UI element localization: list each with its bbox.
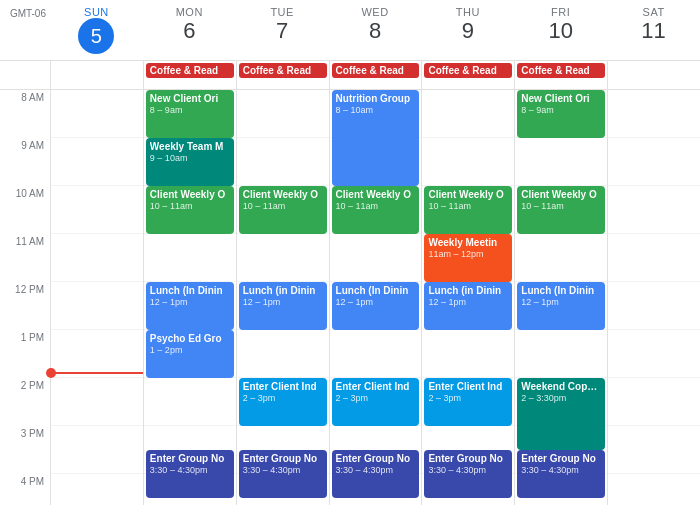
day-col-fri: New Client Ori8 – 9amClient Weekly O10 –…	[514, 90, 607, 505]
hour-cell	[51, 234, 143, 282]
hour-cell	[608, 90, 700, 138]
hour-cell	[51, 378, 143, 426]
hour-cell	[51, 426, 143, 474]
calendar-event[interactable]: Enter Group No3:30 – 4:30pm	[424, 450, 512, 498]
calendar-event[interactable]: Lunch (in Dinin12 – 1pm	[239, 282, 327, 330]
calendar-event[interactable]: Weekly Meetin11am – 12pm	[424, 234, 512, 282]
hour-cell	[51, 138, 143, 186]
time-label: 8 AM	[0, 90, 50, 138]
all-day-col-wed: Coffee & Read	[329, 61, 422, 89]
day-header-11: SAT11	[607, 0, 700, 60]
calendar-event[interactable]: Client Weekly O10 – 11am	[517, 186, 605, 234]
hour-cell	[144, 378, 236, 426]
all-day-label	[0, 61, 50, 89]
calendar-event[interactable]: Weekend Cope Ahead2 – 3:30pm	[517, 378, 605, 450]
hour-cell	[51, 90, 143, 138]
calendar-event[interactable]: Enter Group No3:30 – 4:30pm	[332, 450, 420, 498]
calendar-event[interactable]: Client Weekly O10 – 11am	[239, 186, 327, 234]
hour-cell	[51, 330, 143, 378]
calendar-event[interactable]: Weekly Team M9 – 10am	[146, 138, 234, 186]
hour-cell	[422, 330, 514, 378]
time-label: 3 PM	[0, 426, 50, 474]
hour-cell	[237, 330, 329, 378]
day-col-tue: Client Weekly O10 – 11amLunch (in Dinin1…	[236, 90, 329, 505]
hour-cell	[515, 330, 607, 378]
header-row: GMT-06 SUN5MON6TUE7WED8THU9FRI10SAT11	[0, 0, 700, 61]
time-column: 8 AM9 AM10 AM11 AM12 PM1 PM2 PM3 PM4 PM5…	[0, 90, 50, 505]
hour-cell	[51, 282, 143, 330]
calendar-event[interactable]: New Client Ori8 – 9am	[517, 90, 605, 138]
current-time-dot	[46, 368, 56, 378]
hour-cell	[515, 138, 607, 186]
calendar-event[interactable]: Enter Group No3:30 – 4:30pm	[146, 450, 234, 498]
all-day-event[interactable]: Coffee & Read	[146, 63, 234, 78]
hour-cell	[608, 378, 700, 426]
calendar-event[interactable]: Lunch (in Dinin12 – 1pm	[424, 282, 512, 330]
calendar-event[interactable]: Psycho Ed Gro1 – 2pm	[146, 330, 234, 378]
time-label: 2 PM	[0, 378, 50, 426]
time-label: 9 AM	[0, 138, 50, 186]
days-grid: New Client Ori8 – 9amWeekly Team M9 – 10…	[50, 90, 700, 505]
all-day-event[interactable]: Coffee & Read	[239, 63, 327, 78]
day-col-sun	[50, 90, 143, 505]
all-day-days: Coffee & ReadCoffee & ReadCoffee & ReadC…	[50, 61, 700, 89]
calendar-event[interactable]: Lunch (In Dinin12 – 1pm	[332, 282, 420, 330]
hour-cell	[608, 330, 700, 378]
calendar-event[interactable]: Enter Group No3:30 – 4:30pm	[239, 450, 327, 498]
hour-cell	[422, 90, 514, 138]
all-day-col-sun	[50, 61, 143, 89]
calendar-event[interactable]: Nutrition Group8 – 10am	[332, 90, 420, 186]
calendar: GMT-06 SUN5MON6TUE7WED8THU9FRI10SAT11 Co…	[0, 0, 700, 505]
all-day-col-fri: Coffee & Read	[514, 61, 607, 89]
hour-cell	[608, 186, 700, 234]
day-header-8: WED8	[329, 0, 422, 60]
calendar-event[interactable]: Client Weekly O10 – 11am	[424, 186, 512, 234]
day-header-9: THU9	[421, 0, 514, 60]
all-day-row: Coffee & ReadCoffee & ReadCoffee & ReadC…	[0, 61, 700, 90]
all-day-event[interactable]: Coffee & Read	[517, 63, 605, 78]
day-header-10: FRI10	[514, 0, 607, 60]
day-col-mon: New Client Ori8 – 9amWeekly Team M9 – 10…	[143, 90, 236, 505]
day-header-6: MON6	[143, 0, 236, 60]
calendar-event[interactable]: Enter Client Ind2 – 3pm	[424, 378, 512, 426]
day-header-5: SUN5	[50, 0, 143, 60]
calendar-event[interactable]: Enter Group No3:30 – 4:30pm	[517, 450, 605, 498]
hour-cell	[51, 186, 143, 234]
all-day-event[interactable]: Coffee & Read	[424, 63, 512, 78]
body-scroll[interactable]: 8 AM9 AM10 AM11 AM12 PM1 PM2 PM3 PM4 PM5…	[0, 90, 700, 505]
all-day-col-thu: Coffee & Read	[421, 61, 514, 89]
hour-cell	[330, 234, 422, 282]
hour-cell	[330, 330, 422, 378]
day-header-7: TUE7	[236, 0, 329, 60]
time-grid: 8 AM9 AM10 AM11 AM12 PM1 PM2 PM3 PM4 PM5…	[0, 90, 700, 505]
calendar-event[interactable]: Client Weekly O10 – 11am	[146, 186, 234, 234]
hour-cell	[237, 90, 329, 138]
hour-cell	[608, 234, 700, 282]
hour-cell	[237, 138, 329, 186]
hour-cell	[608, 138, 700, 186]
day-col-thu: Client Weekly O10 – 11amWeekly Meetin11a…	[421, 90, 514, 505]
calendar-event[interactable]: Enter Client Ind2 – 3pm	[239, 378, 327, 426]
all-day-col-tue: Coffee & Read	[236, 61, 329, 89]
hour-cell	[608, 282, 700, 330]
calendar-event[interactable]: Enter Client Ind2 – 3pm	[332, 378, 420, 426]
hour-cell	[51, 474, 143, 505]
day-col-sat	[607, 90, 700, 505]
all-day-event[interactable]: Coffee & Read	[332, 63, 420, 78]
hour-cell	[515, 234, 607, 282]
hour-cell	[237, 234, 329, 282]
hour-cell	[608, 426, 700, 474]
time-label: 12 PM	[0, 282, 50, 330]
hour-cell	[422, 138, 514, 186]
calendar-event[interactable]: Client Weekly O10 – 11am	[332, 186, 420, 234]
time-label: 10 AM	[0, 186, 50, 234]
time-label: 11 AM	[0, 234, 50, 282]
calendar-event[interactable]: Lunch (In Dinin12 – 1pm	[517, 282, 605, 330]
hour-cell	[144, 234, 236, 282]
calendar-event[interactable]: Lunch (In Dinin12 – 1pm	[146, 282, 234, 330]
timezone-label: GMT-06	[0, 0, 50, 60]
time-label: 4 PM	[0, 474, 50, 505]
time-label: 1 PM	[0, 330, 50, 378]
current-time-line	[51, 372, 143, 374]
calendar-event[interactable]: New Client Ori8 – 9am	[146, 90, 234, 138]
